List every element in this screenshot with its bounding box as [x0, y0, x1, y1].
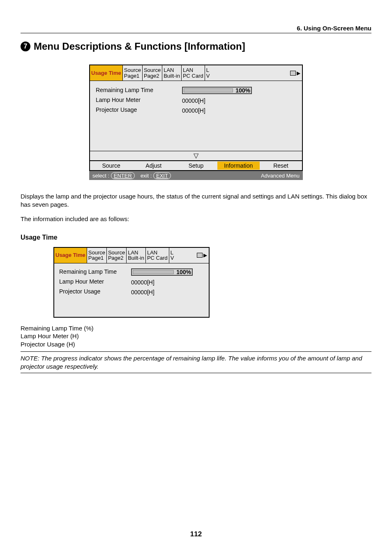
osd-tabs-small: Usage Time Source Page1 Source Page2 LAN…	[54, 248, 209, 263]
divider	[21, 351, 371, 352]
line-lamp-hour-meter: Lamp Hour Meter (H)	[21, 332, 371, 340]
tab-source-page2[interactable]: Source Page2	[107, 248, 127, 263]
tab-sublabel: Page2	[108, 255, 125, 261]
tab-source-page1[interactable]: Source Page1	[87, 248, 107, 263]
tab-sublabel: PC Card	[183, 73, 203, 79]
page-number: 112	[0, 530, 392, 538]
page-header: 6. Using On-Screen Menu	[21, 25, 371, 33]
tab-sublabel: PC Card	[147, 255, 168, 261]
osd-information-full: Usage Time Source Page1 Source Page2 LAN…	[89, 65, 303, 180]
tab-label: Source	[144, 67, 161, 73]
value-projector-usage: 00000[H]	[182, 107, 296, 114]
menu-source[interactable]: Source	[90, 162, 132, 170]
value-projector-usage: 00000[H]	[131, 289, 204, 295]
tab-label: Usage Time	[91, 70, 121, 76]
osd-usage-time-small: Usage Time Source Page1 Source Page2 LAN…	[53, 247, 210, 318]
legend-bar: select : ENTER exit : EXIT Advanced Menu	[89, 171, 303, 180]
value-description-list: Remaining Lamp Time (%) Lamp Hour Meter …	[21, 324, 371, 349]
tab-lan-pccard[interactable]: LAN PC Card	[182, 65, 205, 81]
body-paragraph-1: Displays the lamp and the projector usag…	[21, 192, 371, 209]
menu-reset[interactable]: Reset	[260, 162, 302, 170]
tab-partial[interactable]: L V	[205, 65, 211, 81]
line-projector-usage: Projector Usage (H)	[21, 340, 371, 349]
note-text: NOTE: The progress indicator shows the p…	[21, 354, 371, 373]
section-number-badge: 7	[21, 42, 30, 51]
label-lamp-hour-meter: Lamp Hour Meter	[59, 278, 127, 285]
value-remaining-lamp: 100%	[182, 87, 296, 94]
progress-fill	[184, 88, 233, 92]
legend-right: Advanced Menu	[261, 173, 300, 179]
chevron-right-icon: ▶	[297, 70, 300, 76]
legend-exit: exit : EXIT	[141, 172, 171, 179]
tab-scroll-controls[interactable]: ▶	[211, 65, 302, 81]
tab-usage-time[interactable]: Usage Time	[90, 65, 123, 81]
tab-label: Source	[108, 250, 125, 256]
progress-percent: 100%	[176, 269, 191, 275]
value-lamp-hour-meter: 00000[H]	[182, 97, 296, 104]
progress-bar: 100%	[182, 87, 252, 94]
enter-key-badge: ENTER	[111, 172, 135, 179]
chevron-right-icon: ▶	[203, 252, 207, 258]
exit-key-badge: EXIT	[153, 172, 171, 179]
tab-scroll-controls[interactable]: ▶	[175, 248, 209, 263]
scroll-box-icon	[197, 253, 203, 258]
progress-bar: 100%	[131, 268, 193, 276]
tab-label: Source	[88, 250, 105, 256]
label-lamp-hour-meter: Lamp Hour Meter	[96, 97, 174, 103]
scroll-box-icon	[290, 71, 296, 76]
osd-tabs: Usage Time Source Page1 Source Page2 LAN…	[90, 65, 302, 81]
tab-source-page1[interactable]: Source Page1	[123, 65, 143, 81]
label-projector-usage: Projector Usage	[59, 288, 127, 295]
progress-fill	[133, 270, 174, 274]
tab-label: LAN	[128, 250, 144, 256]
menu-adjust[interactable]: Adjust	[132, 162, 175, 170]
tab-sublabel: V	[206, 73, 210, 79]
tab-usage-time[interactable]: Usage Time	[54, 248, 87, 263]
tab-label: LAN	[183, 67, 203, 73]
tab-label: L	[206, 67, 210, 73]
value-remaining-lamp: 100%	[131, 268, 204, 276]
tab-sublabel: Built-in	[164, 73, 180, 79]
tab-label: L	[171, 250, 174, 256]
value-lamp-hour-meter: 00000[H]	[131, 279, 204, 286]
label-projector-usage: Projector Usage	[96, 106, 174, 113]
menu-information[interactable]: Information	[217, 162, 260, 170]
tab-source-page2[interactable]: Source Page2	[143, 65, 162, 81]
tab-lan-pccard[interactable]: LAN PC Card	[146, 248, 169, 263]
tab-lan-builtin[interactable]: LAN Built-in	[162, 65, 182, 81]
tab-label: Usage Time	[55, 252, 85, 258]
menu-setup[interactable]: Setup	[175, 162, 217, 170]
label-remaining-lamp: Remaining Lamp Time	[59, 268, 127, 275]
tab-partial[interactable]: L V	[169, 248, 175, 263]
label-remaining-lamp: Remaining Lamp Time	[96, 87, 174, 93]
tab-label: Source	[124, 67, 141, 73]
main-title: Menu Descriptions & Functions [Informati…	[34, 41, 245, 52]
title-row: 7 Menu Descriptions & Functions [Informa…	[21, 41, 371, 52]
progress-percent: 100%	[235, 87, 250, 94]
tab-sublabel: V	[171, 255, 174, 261]
tab-sublabel: Built-in	[128, 255, 144, 261]
triangle-down-icon: ▽	[194, 152, 198, 159]
legend-select: select : ENTER	[92, 172, 135, 179]
tab-sublabel: Page2	[144, 73, 161, 79]
line-remaining-lamp-time: Remaining Lamp Time (%)	[21, 324, 371, 332]
tab-lan-builtin[interactable]: LAN Built-in	[127, 248, 146, 263]
section-usage-time: Usage Time	[21, 234, 371, 241]
tab-label: LAN	[147, 250, 168, 256]
pointer-row: ▽	[90, 151, 302, 160]
tab-sublabel: Page1	[124, 73, 141, 79]
tab-sublabel: Page1	[88, 255, 105, 261]
tab-label: LAN	[164, 67, 180, 73]
body-paragraph-2: The information included are as follows:	[21, 215, 371, 223]
